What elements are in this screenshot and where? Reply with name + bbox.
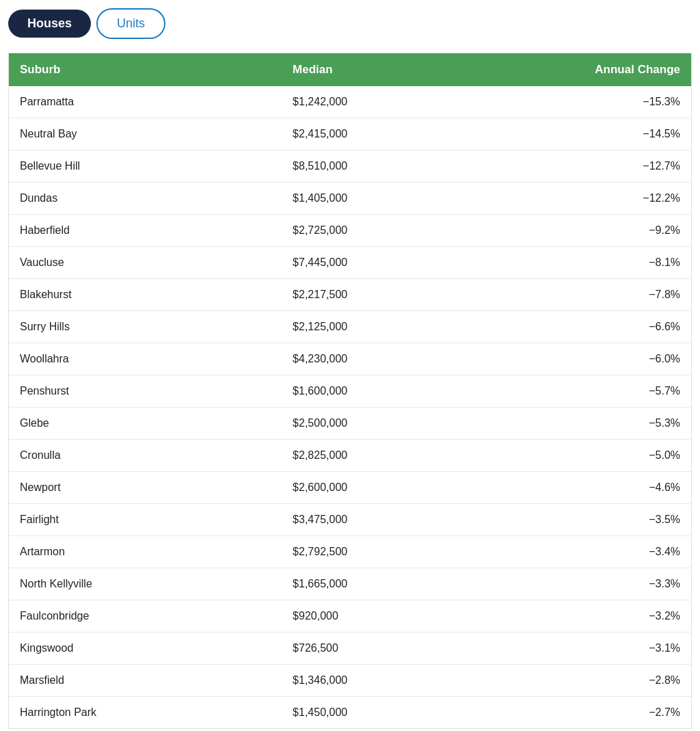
suburb-cell: Surry Hills bbox=[9, 311, 282, 343]
table-row: Harrington Park$1,450,000−2.7% bbox=[9, 697, 692, 729]
table-row: Cronulla$2,825,000−5.0% bbox=[9, 440, 692, 472]
header-suburb: Suburb bbox=[9, 53, 282, 87]
change-cell: −5.3% bbox=[487, 408, 692, 440]
median-cell: $8,510,000 bbox=[282, 150, 487, 183]
median-cell: $1,665,000 bbox=[282, 568, 487, 600]
table-header: Suburb Median Annual Change bbox=[9, 53, 692, 87]
change-cell: −3.2% bbox=[487, 600, 692, 633]
median-cell: $2,500,000 bbox=[282, 408, 487, 440]
median-cell: $2,725,000 bbox=[282, 215, 487, 247]
suburb-cell: Cronulla bbox=[9, 440, 282, 472]
property-table: Suburb Median Annual Change Parramatta$1… bbox=[8, 53, 692, 729]
table-body: Parramatta$1,242,000−15.3%Neutral Bay$2,… bbox=[9, 86, 692, 729]
change-cell: −6.0% bbox=[487, 343, 692, 375]
change-cell: −2.8% bbox=[487, 665, 692, 697]
suburb-cell: Kingswood bbox=[9, 633, 282, 665]
suburb-cell: Fairlight bbox=[9, 504, 282, 536]
table-row: Blakehurst$2,217,500−7.8% bbox=[9, 279, 692, 311]
median-cell: $4,230,000 bbox=[282, 343, 487, 375]
median-cell: $2,217,500 bbox=[282, 279, 487, 311]
median-cell: $1,405,000 bbox=[282, 183, 487, 215]
suburb-cell: Newport bbox=[9, 472, 282, 504]
change-cell: −3.1% bbox=[487, 633, 692, 665]
suburb-cell: Marsfield bbox=[9, 665, 282, 697]
median-cell: $2,792,500 bbox=[282, 536, 487, 568]
table-row: Marsfield$1,346,000−2.8% bbox=[9, 665, 692, 697]
median-cell: $2,825,000 bbox=[282, 440, 487, 472]
suburb-cell: Bellevue Hill bbox=[9, 150, 282, 183]
suburb-cell: Artarmon bbox=[9, 536, 282, 568]
suburb-cell: Faulconbridge bbox=[9, 600, 282, 633]
change-cell: −8.1% bbox=[487, 247, 692, 279]
median-cell: $2,600,000 bbox=[282, 472, 487, 504]
median-cell: $2,125,000 bbox=[282, 311, 487, 343]
change-cell: −5.7% bbox=[487, 375, 692, 408]
median-cell: $1,600,000 bbox=[282, 375, 487, 408]
change-cell: −7.8% bbox=[487, 279, 692, 311]
median-cell: $1,450,000 bbox=[282, 697, 487, 729]
change-cell: −4.6% bbox=[487, 472, 692, 504]
median-cell: $7,445,000 bbox=[282, 247, 487, 279]
tab-group: Houses Units bbox=[8, 8, 692, 39]
median-cell: $1,346,000 bbox=[282, 665, 487, 697]
suburb-cell: Woollahra bbox=[9, 343, 282, 375]
change-cell: −12.7% bbox=[487, 150, 692, 183]
header-median: Median bbox=[282, 53, 487, 87]
header-annual-change: Annual Change bbox=[487, 53, 692, 87]
table-row: Kingswood$726,500−3.1% bbox=[9, 633, 692, 665]
suburb-cell: Parramatta bbox=[9, 86, 282, 118]
median-cell: $3,475,000 bbox=[282, 504, 487, 536]
change-cell: −3.4% bbox=[487, 536, 692, 568]
median-cell: $726,500 bbox=[282, 633, 487, 665]
change-cell: −3.5% bbox=[487, 504, 692, 536]
change-cell: −14.5% bbox=[487, 118, 692, 150]
table-row: Woollahra$4,230,000−6.0% bbox=[9, 343, 692, 375]
suburb-cell: Blakehurst bbox=[9, 279, 282, 311]
change-cell: −6.6% bbox=[487, 311, 692, 343]
table-row: Vaucluse$7,445,000−8.1% bbox=[9, 247, 692, 279]
median-cell: $1,242,000 bbox=[282, 86, 487, 118]
median-cell: $2,415,000 bbox=[282, 118, 487, 150]
table-row: Surry Hills$2,125,000−6.6% bbox=[9, 311, 692, 343]
table-row: Glebe$2,500,000−5.3% bbox=[9, 408, 692, 440]
table-row: Fairlight$3,475,000−3.5% bbox=[9, 504, 692, 536]
tab-houses[interactable]: Houses bbox=[8, 10, 91, 38]
table-row: Penshurst$1,600,000−5.7% bbox=[9, 375, 692, 408]
suburb-cell: Haberfield bbox=[9, 215, 282, 247]
table-row: North Kellyville$1,665,000−3.3% bbox=[9, 568, 692, 600]
suburb-cell: Vaucluse bbox=[9, 247, 282, 279]
median-cell: $920,000 bbox=[282, 600, 487, 633]
table-row: Faulconbridge$920,000−3.2% bbox=[9, 600, 692, 633]
suburb-cell: Dundas bbox=[9, 183, 282, 215]
table-row: Artarmon$2,792,500−3.4% bbox=[9, 536, 692, 568]
table-row: Haberfield$2,725,000−9.2% bbox=[9, 215, 692, 247]
change-cell: −12.2% bbox=[487, 183, 692, 215]
table-row: Newport$2,600,000−4.6% bbox=[9, 472, 692, 504]
suburb-cell: Penshurst bbox=[9, 375, 282, 408]
change-cell: −3.3% bbox=[487, 568, 692, 600]
tab-units[interactable]: Units bbox=[96, 8, 165, 39]
change-cell: −2.7% bbox=[487, 697, 692, 729]
suburb-cell: Harrington Park bbox=[9, 697, 282, 729]
change-cell: −9.2% bbox=[487, 215, 692, 247]
suburb-cell: Glebe bbox=[9, 408, 282, 440]
table-row: Parramatta$1,242,000−15.3% bbox=[9, 86, 692, 118]
suburb-cell: North Kellyville bbox=[9, 568, 282, 600]
suburb-cell: Neutral Bay bbox=[9, 118, 282, 150]
table-row: Dundas$1,405,000−12.2% bbox=[9, 183, 692, 215]
table-row: Bellevue Hill$8,510,000−12.7% bbox=[9, 150, 692, 183]
change-cell: −15.3% bbox=[487, 86, 692, 118]
change-cell: −5.0% bbox=[487, 440, 692, 472]
table-row: Neutral Bay$2,415,000−14.5% bbox=[9, 118, 692, 150]
